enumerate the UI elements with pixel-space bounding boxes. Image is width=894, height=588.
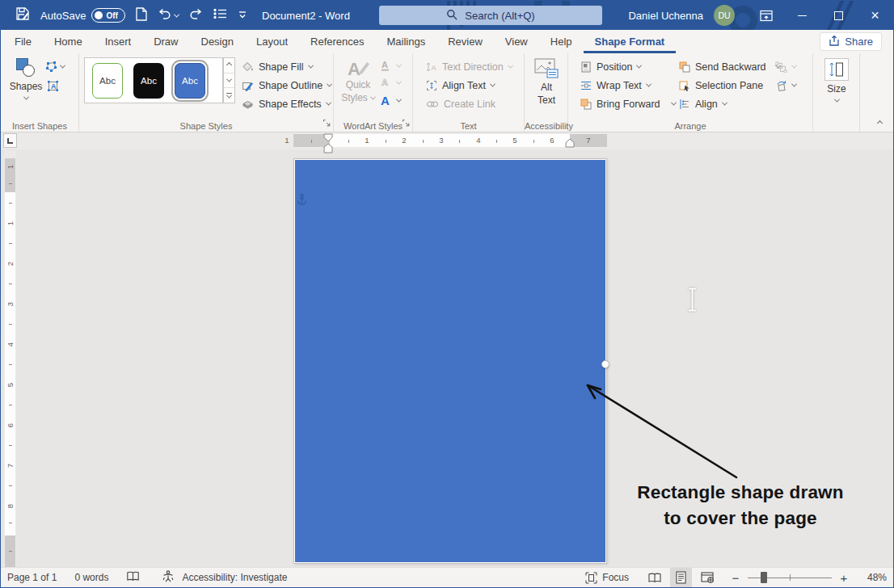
- rotate-button[interactable]: [775, 76, 796, 94]
- avatar[interactable]: DU: [714, 5, 735, 26]
- rectangle-shape[interactable]: [295, 160, 605, 562]
- web-layout-button[interactable]: [697, 568, 719, 587]
- wrap-text-chevron-icon: [646, 82, 652, 87]
- tab-references[interactable]: References: [299, 30, 375, 53]
- gallery-down-icon[interactable]: [224, 73, 234, 88]
- group-wordart-styles: A Quick Styles A A: [334, 53, 413, 132]
- autosave-knob: [95, 11, 103, 19]
- vertical-ruler[interactable]: 1 1 2 3 4 5 6 7 8: [4, 151, 16, 567]
- share-button[interactable]: Share: [820, 32, 882, 51]
- text-effects-button[interactable]: A: [379, 93, 401, 107]
- focus-button[interactable]: Focus: [585, 572, 629, 584]
- create-link-button[interactable]: Create Link: [426, 94, 512, 113]
- right-indent-marker[interactable]: [565, 138, 576, 149]
- tab-layout[interactable]: Layout: [245, 30, 299, 53]
- quick-styles-button[interactable]: A Quick Styles: [339, 58, 377, 104]
- zoom-slider[interactable]: [748, 568, 832, 587]
- tab-review[interactable]: Review: [436, 30, 494, 53]
- zoom-percentage[interactable]: 48%: [859, 572, 887, 583]
- indent-markers[interactable]: [323, 133, 334, 154]
- undo-chevron-icon[interactable]: [174, 11, 179, 17]
- tab-file[interactable]: File: [3, 30, 43, 53]
- selection-pane-button[interactable]: Selection Pane: [679, 76, 780, 94]
- align-text-button[interactable]: Align Text: [426, 76, 512, 94]
- accessibility-icon[interactable]: [162, 570, 174, 585]
- ribbon-display-options-icon[interactable]: [748, 1, 784, 30]
- text-cursor: [687, 288, 698, 312]
- edit-shape-button[interactable]: [45, 61, 65, 73]
- alt-text-button[interactable]: Alt Text: [529, 58, 563, 107]
- close-button[interactable]: ×: [857, 1, 893, 30]
- group-chevron-icon: [791, 63, 797, 69]
- tab-design[interactable]: Design: [190, 30, 245, 53]
- shape-outline-button[interactable]: Shape Outline: [242, 76, 331, 94]
- tab-shape-format[interactable]: Shape Format: [584, 30, 677, 53]
- wrap-text-button[interactable]: Wrap Text: [580, 76, 676, 94]
- text-outline-button[interactable]: A: [379, 76, 401, 89]
- read-mode-button[interactable]: [643, 568, 665, 587]
- undo-icon[interactable]: [158, 8, 171, 23]
- align-button[interactable]: Align: [679, 94, 780, 113]
- shape-effects-button[interactable]: Shape Effects: [242, 94, 331, 113]
- qat-overflow-icon[interactable]: [238, 8, 247, 23]
- tab-view[interactable]: View: [494, 30, 539, 53]
- gallery-up-icon[interactable]: [224, 58, 234, 73]
- proofing-icon[interactable]: [126, 571, 140, 585]
- search-placeholder: Search (Alt+Q): [465, 10, 534, 22]
- text-box-button[interactable]: A: [47, 80, 59, 94]
- zoom-in-button[interactable]: +: [838, 571, 850, 585]
- word-count[interactable]: 0 words: [74, 572, 108, 583]
- ruler-number: 6: [6, 419, 15, 431]
- autosave-control[interactable]: AutoSave Off: [40, 8, 125, 23]
- resize-handle[interactable]: [601, 360, 609, 368]
- maximize-button[interactable]: [820, 1, 857, 30]
- tab-insert[interactable]: Insert: [94, 30, 143, 53]
- tab-home[interactable]: Home: [43, 30, 94, 53]
- size-button[interactable]: Size: [819, 58, 854, 103]
- text-fill-button[interactable]: A: [379, 59, 401, 72]
- text-direction-button[interactable]: A Text Direction: [426, 57, 512, 76]
- shapes-label: Shapes: [10, 81, 43, 94]
- ruler-number: 4: [6, 338, 15, 351]
- bring-forward-button[interactable]: Bring Forward: [580, 94, 676, 113]
- shape-style-option-selected[interactable]: Abc: [175, 63, 205, 99]
- tab-mailings[interactable]: Mailings: [376, 30, 437, 53]
- shape-style-option[interactable]: Abc: [133, 63, 164, 99]
- edit-shape-icon: [45, 61, 57, 73]
- shape-style-option[interactable]: Abc: [92, 63, 123, 99]
- tab-help[interactable]: Help: [539, 30, 584, 53]
- tab-draw[interactable]: Draw: [142, 30, 189, 53]
- ruler-number: 8: [6, 500, 15, 512]
- minimize-button[interactable]: [784, 1, 820, 30]
- zoom-out-button[interactable]: −: [730, 571, 741, 585]
- ruler-number: 1: [363, 136, 371, 145]
- shapes-button[interactable]: Shapes: [7, 58, 44, 100]
- tab-selector[interactable]: [3, 133, 17, 148]
- page-count[interactable]: Page 1 of 1: [7, 572, 57, 583]
- new-file-icon[interactable]: [136, 7, 147, 24]
- save-icon[interactable]: [15, 6, 30, 24]
- print-layout-button[interactable]: [670, 568, 692, 587]
- bring-forward-label: Bring Forward: [597, 99, 660, 110]
- ruler-tick: [423, 140, 424, 143]
- horizontal-ruler[interactable]: 1 1 2 3 4 5 6 7: [1, 132, 893, 149]
- page[interactable]: [293, 158, 607, 564]
- autosave-toggle[interactable]: Off: [91, 8, 125, 23]
- redo-icon[interactable]: [189, 8, 203, 23]
- send-backward-button[interactable]: Send Backward: [679, 57, 780, 76]
- shape-fill-button[interactable]: Shape Fill: [242, 57, 331, 76]
- ruler-number: 4: [474, 136, 483, 145]
- ruler-tick: [386, 140, 386, 143]
- user-name[interactable]: Daniel Uchenna: [628, 10, 703, 22]
- gallery-more-icon[interactable]: [224, 87, 234, 103]
- shape-outline-icon: [242, 80, 254, 91]
- accessibility-status[interactable]: Accessibility: Investigate: [182, 572, 287, 583]
- group-objects-button[interactable]: [775, 57, 796, 76]
- shape-style-gallery: Abc Abc Abc: [84, 57, 223, 103]
- bullet-list-icon[interactable]: [213, 8, 227, 23]
- position-button[interactable]: Position: [580, 57, 676, 76]
- collapse-ribbon-chevron-icon[interactable]: [877, 120, 883, 126]
- shape-effects-label: Shape Effects: [259, 99, 322, 110]
- zoom-slider-handle[interactable]: [761, 572, 767, 583]
- search-input[interactable]: Search (Alt+Q): [379, 6, 602, 25]
